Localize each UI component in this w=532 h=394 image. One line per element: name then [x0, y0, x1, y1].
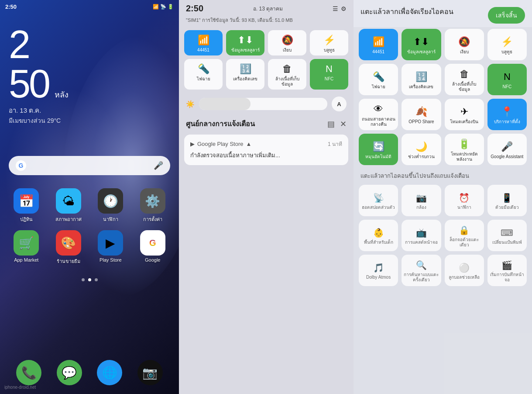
app-market[interactable]: 🛒 App Market — [9, 230, 44, 265]
tile-clean[interactable]: 🗑 ล้างเนื้อที่เก็บข้อมูล — [268, 59, 306, 90]
qs-tile-assistball[interactable]: ⚪ ลูกบอลช่วยเหลือ — [445, 255, 484, 286]
notification-card[interactable]: ▶ Google Play Store ▲ 1 นาที กำลังตรวจสอ… — [184, 135, 348, 165]
app-weather[interactable]: 🌤 สภาพอากาศ — [51, 188, 86, 223]
brightness-row: ☀️ A — [179, 93, 354, 115]
qs-tile-battery[interactable]: 🔋 โหมดประหยัดพลังงาน — [445, 134, 484, 165]
qs-tile-nfc[interactable]: N NFC — [487, 64, 527, 95]
tile-label-calc: เครื่องคิดเลข — [233, 76, 257, 82]
qs-tile-dnd[interactable]: 🌙 ช่วงค่ำรบกวน — [402, 134, 441, 165]
qs-tile-sim[interactable]: 📶 44451 — [359, 29, 398, 60]
app-calendar[interactable]: 📅 ปฏิทิน — [9, 188, 44, 223]
notif-date: อ. 13 ตุลาคม — [253, 4, 283, 13]
bluetooth-icon: ⚡ — [323, 35, 335, 46]
dock-phone[interactable]: 📞 — [16, 360, 41, 385]
clear-all-icon[interactable]: ✕ — [340, 119, 347, 129]
auto-brightness-button[interactable]: A — [332, 97, 347, 111]
search-bar[interactable]: G 🎤 — [9, 156, 170, 175]
qs-calc-icon: 🔢 — [415, 71, 427, 83]
quick-tiles-grid: 📶 44451 ⬆⬇ ข้อมูลเซลลูลาร์ 🔕 เงียบ ⚡ บลู… — [179, 27, 354, 93]
qs-done-button[interactable]: เสร็จสิ้น — [488, 7, 525, 24]
wifi-icon: 📡 — [160, 4, 166, 10]
qs-tile-data[interactable]: ⬆⬇ ข้อมูลเซลลูลาร์ — [402, 29, 441, 60]
clock-suffix: หลัง — [55, 90, 69, 99]
qs-section-label: แตะแล้วลากไอคอนขึ้นไปจนถึงแถบแจ้งเตือน — [354, 167, 532, 183]
notif-time-ago: 1 นาที — [328, 140, 342, 148]
mic-icon[interactable]: 🎤 — [154, 161, 163, 170]
tile-calc[interactable]: 🔢 เครื่องคิดเลข — [226, 59, 264, 90]
dock-browser[interactable]: 🌐 — [97, 360, 122, 385]
qs-tile-clean[interactable]: 🗑 ล้างเนื้อที่เก็บข้อมูล — [445, 64, 484, 95]
tile-nfc[interactable]: N NFC — [310, 59, 348, 90]
qs-tile-nightmode[interactable]: 👁 ถนอมสายตาตอนกลางคืน — [359, 99, 398, 130]
qs-active-tiles-section: 📶 44451 ⬆⬇ ข้อมูลเซลลูลาร์ 🔕 เงียบ ⚡ บลู… — [354, 27, 532, 167]
qs-tile-kids[interactable]: 👶 พื้นที่สำหรับเด็ก — [359, 220, 398, 251]
qs-keyboard-icon: ⌨ — [501, 228, 513, 238]
signal-icon: 📶 — [153, 4, 159, 10]
qs-alarm-icon: ⏰ — [459, 193, 470, 203]
nfc-icon: N — [326, 63, 333, 75]
tile-label-data: ข้อมูลเซลลูลาร์ — [231, 48, 260, 53]
tile-data[interactable]: ⬆⬇ ข้อมูลเซลลูลาร์ — [226, 30, 264, 55]
qs-tile-location[interactable]: 📍 บริการหาที่ตั้ง — [487, 99, 527, 130]
qs-tile-bt[interactable]: ⚡ บลูทูธ — [487, 29, 527, 60]
playstore-icon: ▶ — [190, 141, 195, 147]
data-usage-text: "SIM1" การใช้ข้อมูล วันนี้: 93 KB, เดือน… — [179, 15, 354, 27]
dock-camera[interactable]: 📷 — [137, 360, 163, 385]
qs-tile-torch[interactable]: 🔦 ไฟฉาย — [359, 64, 398, 95]
tile-torch[interactable]: 🔦 ไฟฉาย — [184, 59, 223, 90]
qs-tile-mute[interactable]: 🔕 เงียบ — [445, 29, 484, 60]
qs-tile-onehand[interactable]: 📱 ด้วยมือเดียว — [487, 185, 527, 216]
tile-mute[interactable]: 🔕 เงียบ — [268, 30, 306, 55]
qs-tile-airplane[interactable]: ✈ โหมดเครื่องบิน — [445, 99, 484, 130]
status-time: 2:50 — [5, 3, 17, 10]
list-icon: ☰ — [333, 5, 338, 12]
qs-tile-keyboard[interactable]: ⌨ เปลี่ยนแป้นพิมพ์ — [487, 220, 527, 251]
app-playstore[interactable]: ▶ Play Store — [93, 230, 128, 265]
brightness-fill — [199, 98, 251, 110]
list-view-icon[interactable]: ▤ — [327, 119, 335, 129]
qs-ball-icon: ⚪ — [459, 263, 470, 273]
qs-active-tiles-grid: 📶 44451 ⬆⬇ ข้อมูลเซลลูลาร์ 🔕 เงียบ ⚡ บลู… — [359, 29, 527, 165]
qs-tile-cast[interactable]: 📺 การแคสต์หน้าจอ — [402, 220, 441, 251]
app-label: App Market — [14, 257, 38, 263]
app-icon: 🎨 — [56, 230, 81, 256]
qs-tile-camera[interactable]: 📷 กล้อง — [402, 185, 441, 216]
app-google[interactable]: G Google — [135, 230, 171, 265]
app-theme[interactable]: 🎨 ร้านขายธีม — [51, 230, 86, 265]
status-bar: 2:50 📶 📡 🔋 — [0, 0, 179, 12]
tile-sim[interactable]: 📶 44451 — [184, 30, 223, 55]
app-label: Play Store — [100, 257, 122, 263]
app-label: การตั้งค่า — [143, 215, 162, 223]
brightness-icon: ☀️ — [186, 100, 195, 108]
qs-tile-lockscreen[interactable]: 🔒 ล็อกจอด้วยแตะเดียว — [445, 220, 484, 251]
dock-messages[interactable]: 💬 — [57, 360, 82, 385]
qs-tile-screenrecord[interactable]: 🎬 เริ่มการบันทึกหน้าจอ — [487, 255, 527, 286]
status-icons: 📶 📡 🔋 — [153, 4, 174, 10]
app-icon: 🌤 — [56, 188, 81, 214]
tile-label-mute: เงียบ — [283, 48, 292, 53]
qs-tile-search[interactable]: 🔍 การค้นหาแบบแตะครั้งเดียว — [402, 255, 441, 286]
qs-nfc-icon: N — [504, 71, 511, 83]
app-icon: 📅 — [14, 188, 39, 214]
qs-tile-calc[interactable]: 🔢 เครื่องคิดเลข — [402, 64, 441, 95]
clock-area: 2 50 หลัง อา. 13 ต.ค. มีเมฆบางส่วน 29°C — [0, 12, 179, 130]
qs-tile-oppo[interactable]: 🍂 OPPO Share — [402, 99, 441, 130]
qs-mute-icon: 🔕 — [458, 36, 470, 48]
notif-time: 2:50 — [186, 3, 203, 14]
qs-tile-assistant[interactable]: 🎤 Google Assistant — [487, 134, 527, 165]
qs-tile-dolby[interactable]: 🎵 Dolby Atmos — [359, 255, 398, 286]
qs-tile-alarm[interactable]: ⏰ นาฬิกา — [445, 185, 484, 216]
qs-tile-rotate[interactable]: 🔄 หมุนอัตโนมัติ — [359, 134, 398, 165]
tile-bt[interactable]: ⚡ บลูทูธ — [310, 30, 348, 55]
qs-secondary-tiles-grid: 📡 ฮอตสปอตส่วนตัว 📷 กล้อง ⏰ นาฬิกา 📱 ด้วย… — [354, 183, 532, 288]
watermark-home: iphone-droid.net — [4, 385, 36, 390]
app-label: Google — [145, 257, 160, 263]
tile-label-bt: บลูทูธ — [324, 48, 335, 53]
app-label: นาฬิกา — [103, 215, 118, 223]
app-icon: ▶ — [98, 230, 123, 256]
brightness-slider[interactable] — [199, 98, 327, 110]
dock: 📞 💬 🌐 📷 — [0, 360, 179, 385]
qs-tile-hotspot[interactable]: 📡 ฮอตสปอตส่วนตัว — [359, 185, 398, 216]
app-clock[interactable]: 🕐 นาฬิกา — [93, 188, 128, 223]
app-settings[interactable]: ⚙️ การตั้งค่า — [135, 188, 171, 223]
